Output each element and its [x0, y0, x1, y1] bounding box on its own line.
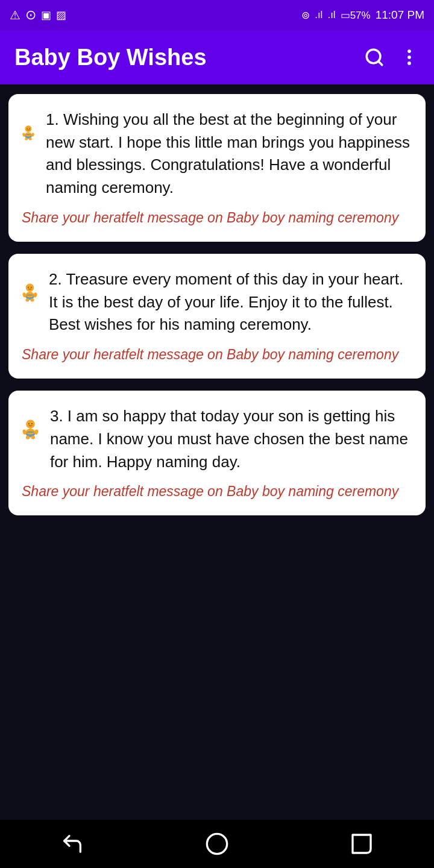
warning-icon: ⚠ [10, 8, 20, 22]
svg-point-19 [25, 298, 29, 301]
home-button[interactable] [199, 826, 235, 862]
wish-card-3: 3. I am so happy that today your son is … [8, 391, 426, 515]
content-area: 1. Wishing you all the best at the begin… [0, 84, 434, 820]
search-icon [364, 47, 385, 68]
svg-line-1 [379, 61, 382, 65]
whatsapp-icon: ⊙ [25, 7, 36, 23]
svg-point-5 [25, 125, 31, 132]
svg-point-6 [27, 128, 27, 128]
recent-button[interactable] [344, 826, 380, 862]
svg-point-3 [407, 55, 411, 59]
card-2-top: 2. Treasure every moment of this day in … [22, 268, 412, 336]
svg-point-14 [28, 287, 29, 288]
more-options-button[interactable] [399, 47, 420, 68]
svg-point-21 [26, 420, 34, 429]
signal-bars-2: .ıl [327, 9, 335, 21]
more-icon [399, 47, 420, 68]
svg-point-20 [31, 298, 34, 301]
share-link-2[interactable]: Share your heratfelt message on Baby boy… [22, 345, 412, 364]
wish-card-1: 1. Wishing you all the best at the begin… [8, 94, 426, 242]
svg-point-12 [29, 137, 32, 140]
app-bar-actions [364, 47, 420, 68]
card-3-top: 3. I am so happy that today your son is … [22, 405, 412, 473]
share-link-1[interactable]: Share your heratfelt message on Baby boy… [22, 208, 412, 227]
battery-icon: ▭57% [341, 9, 371, 22]
baby-icon-1 [22, 108, 35, 157]
baby-icon-2 [22, 268, 38, 316]
search-button[interactable] [364, 47, 385, 68]
svg-point-28 [31, 436, 36, 439]
back-icon [60, 832, 84, 856]
wish-card-2: 2. Treasure every moment of this day in … [8, 254, 426, 379]
svg-point-11 [25, 137, 28, 140]
app-bar: Baby Boy Wishes [0, 30, 434, 84]
svg-point-7 [29, 128, 30, 128]
svg-point-29 [207, 834, 227, 854]
svg-point-2 [407, 49, 411, 53]
svg-point-15 [31, 287, 32, 288]
back-button[interactable] [54, 826, 90, 862]
wish-text-2: 2. Treasure every moment of this day in … [49, 268, 412, 336]
wish-text-3: 3. I am so happy that today your son is … [50, 405, 412, 473]
svg-point-22 [28, 423, 30, 424]
status-right-info: ⊚ .ıl .ıl ▭57% 11:07 PM [301, 8, 424, 22]
signal-icon: ⊚ [301, 9, 310, 22]
time-display: 11:07 PM [376, 8, 424, 22]
page-title: Baby Boy Wishes [14, 45, 207, 71]
share-link-3[interactable]: Share your heratfelt message on Baby boy… [22, 482, 412, 501]
sim-icon: ▣ [41, 8, 51, 22]
status-left-icons: ⚠ ⊙ ▣ ▨ [10, 7, 66, 23]
baby-icon-3 [22, 405, 39, 453]
signal-bars-1: .ıl [315, 9, 322, 21]
home-icon [205, 832, 229, 856]
bottom-nav [0, 820, 434, 868]
wish-text-1: 1. Wishing you all the best at the begin… [46, 108, 412, 200]
svg-point-23 [31, 423, 33, 424]
svg-point-27 [26, 436, 30, 439]
status-bar: ⚠ ⊙ ▣ ▨ ⊚ .ıl .ıl ▭57% 11:07 PM [0, 0, 434, 30]
svg-point-13 [26, 283, 34, 291]
card-1-top: 1. Wishing you all the best at the begin… [22, 108, 412, 200]
cast-icon: ▨ [56, 8, 66, 22]
svg-point-4 [407, 61, 411, 65]
recent-icon [350, 832, 374, 856]
